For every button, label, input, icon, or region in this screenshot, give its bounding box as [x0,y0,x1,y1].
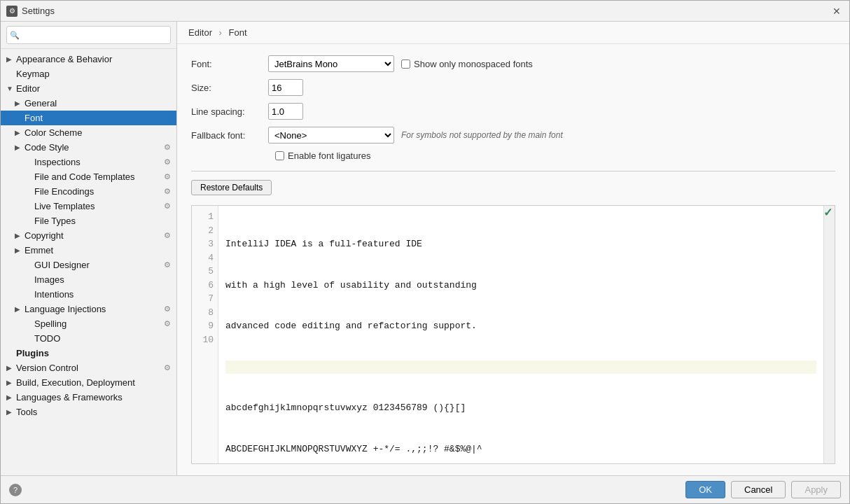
line-numbers: 1 2 3 4 5 6 7 8 9 10 [192,206,218,463]
sidebar-item-label: Copyright [25,230,164,241]
apply-button[interactable]: Apply [791,481,841,498]
search-bar [1,22,176,49]
show-monospaced-checkbox[interactable] [401,59,410,69]
sidebar-item-keymap[interactable]: Keymap [1,66,176,81]
sidebar-item-build-execution[interactable]: ▶ Build, Execution, Deployment [1,375,176,390]
arrow-icon: ▶ [6,393,16,401]
sidebar-item-version-control[interactable]: ▶ Version Control ⚙ [1,360,176,375]
ok-button[interactable]: OK [685,481,725,498]
sidebar-item-languages-frameworks[interactable]: ▶ Languages & Frameworks [1,390,176,405]
close-button[interactable]: ✕ [830,4,844,18]
gear-icon: ⚙ [164,202,171,211]
sidebar-item-live-templates[interactable]: Live Templates ⚙ [1,199,176,214]
gear-icon: ⚙ [164,158,171,167]
code-preview: IntelliJ IDEA is a full-featured IDE wit… [218,206,823,463]
breadcrumb-current: Font [229,27,247,38]
show-monospaced-text: Show only monospaced fonts [414,59,533,69]
sidebar-item-label: Spelling [34,318,164,329]
sidebar-item-gui-designer[interactable]: GUI Designer ⚙ [1,258,176,272]
line-num: 8 [197,306,214,320]
fallback-note: For symbols not supported by the main fo… [401,130,563,140]
line-num: 6 [197,279,214,293]
restore-defaults-row: Restore Defaults [191,180,835,205]
gear-icon: ⚙ [164,172,171,181]
sidebar-item-editor[interactable]: ▼ Editor [1,81,176,96]
gear-icon: ⚙ [164,304,171,314]
sidebar-item-general[interactable]: ▶ General [1,96,176,111]
help-button[interactable]: ? [9,484,22,496]
sidebar-item-color-scheme[interactable]: ▶ Color Scheme [1,125,176,140]
arrow-icon: ▶ [6,364,16,372]
sidebar-item-tools[interactable]: ▶ Tools [1,405,176,419]
line-num: 1 [197,210,214,224]
sidebar-item-label: Font [25,113,171,123]
arrow-icon: ▶ [6,379,16,386]
fallback-row: Fallback font: <None> For symbols not su… [191,127,835,144]
font-row: Font: JetBrains Mono Consolas Courier Ne… [191,55,835,72]
arrow-icon: ▶ [15,144,25,151]
sidebar-item-label: Editor [16,83,171,94]
enable-ligatures-label[interactable]: Enable font ligatures [275,150,371,161]
cancel-button[interactable]: Cancel [731,481,786,498]
sidebar-item-label: Code Style [25,142,164,153]
sidebar-item-code-style[interactable]: ▶ Code Style ⚙ [1,140,176,155]
sidebar-item-label: General [25,98,171,108]
arrow-icon: ▶ [15,246,25,254]
sidebar-item-language-injections[interactable]: ▶ Language Injections ⚙ [1,302,176,316]
sidebar-item-appearance[interactable]: ▶ Appearance & Behavior [1,52,176,66]
sidebar-item-images[interactable]: Images [1,272,176,287]
arrow-icon: ▶ [6,408,16,416]
sidebar-item-copyright[interactable]: ▶ Copyright ⚙ [1,228,176,243]
settings-window: ⚙ Settings ✕ ▶ Appearance & Behavior Ke [0,0,850,504]
sidebar-item-label: File Encodings [34,186,164,197]
line-num: 3 [197,237,214,251]
enable-ligatures-text: Enable font ligatures [288,150,371,161]
sidebar-item-label: GUI Designer [34,260,164,270]
sidebar-item-label: TODO [34,333,171,344]
line-spacing-input[interactable] [268,103,303,120]
fallback-select[interactable]: <None> [268,127,394,144]
sidebar-item-emmet[interactable]: ▶ Emmet [1,243,176,258]
gear-icon: ⚙ [164,143,171,152]
title-bar: ⚙ Settings ✕ [1,1,849,22]
search-wrap [6,26,171,44]
sidebar-item-file-code-templates[interactable]: File and Code Templates ⚙ [1,169,176,184]
breadcrumb-parent: Editor [188,27,212,38]
size-input[interactable] [268,79,303,96]
search-input[interactable] [6,26,171,44]
code-line: ABCDEFGHIJKLMNOPQRSTUVWXYZ +-*/= .,;;!? … [225,442,816,456]
sidebar-item-font[interactable]: Font [1,111,176,125]
preview-area: 1 2 3 4 5 6 7 8 9 10 IntelliJ IDEA is a … [191,205,835,464]
show-monospaced-label[interactable]: Show only monospaced fonts [401,59,533,69]
sidebar-item-file-encodings[interactable]: File Encodings ⚙ [1,184,176,199]
sidebar-item-label: File Types [34,216,171,226]
breadcrumb: Editor › Font [177,22,849,44]
sidebar-item-intentions[interactable]: Intentions [1,287,176,302]
main-content: ▶ Appearance & Behavior Keymap ▼ Editor … [1,22,849,475]
enable-ligatures-checkbox[interactable] [275,151,284,160]
sidebar-item-inspections[interactable]: Inspections ⚙ [1,155,176,169]
sidebar-item-spelling[interactable]: Spelling ⚙ [1,316,176,331]
gear-icon: ⚙ [164,187,171,196]
sidebar-item-label: Images [34,274,171,285]
arrow-icon: ▼ [6,85,16,92]
arrow-icon: ▶ [6,55,16,63]
sidebar-item-label: Intentions [34,289,171,300]
sidebar-item-plugins[interactable]: Plugins [1,346,176,360]
sidebar-item-label: Plugins [16,348,171,358]
font-label: Font: [191,59,268,69]
line-num: 10 [197,333,214,347]
sidebar-item-label: File and Code Templates [34,172,164,182]
right-panel: Editor › Font Font: JetBrains Mono Conso… [177,22,849,475]
sidebar-item-label: Version Control [16,363,164,373]
arrow-icon: ▶ [15,305,25,313]
sidebar-item-file-types[interactable]: File Types [1,214,176,228]
sidebar-item-label: Appearance & Behavior [16,54,171,64]
restore-defaults-button[interactable]: Restore Defaults [191,180,272,195]
line-num: 7 [197,292,214,306]
sidebar-item-label: Emmet [25,245,171,255]
font-select[interactable]: JetBrains Mono Consolas Courier New Fira… [268,55,394,72]
sidebar-item-todo[interactable]: TODO [1,331,176,346]
app-icon: ⚙ [6,6,18,17]
line-num: 4 [197,251,214,265]
